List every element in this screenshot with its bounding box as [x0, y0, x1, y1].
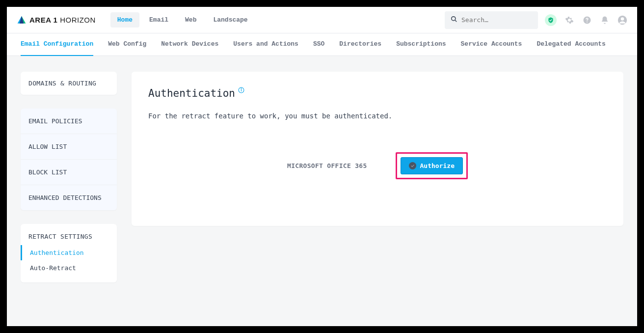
- sidebar-item-email-policies[interactable]: EMAIL POLICIES: [21, 109, 117, 134]
- sidebar-item-enhanced-detections[interactable]: ENHANCED DETECTIONS: [21, 185, 117, 210]
- help-icon[interactable]: [582, 15, 592, 25]
- authorize-button[interactable]: Authorize: [401, 157, 463, 174]
- app-frame: AREA 1 HORIZON Home Email Web Landscape: [7, 7, 637, 326]
- topnav-web[interactable]: Web: [178, 12, 203, 28]
- subnav-users-actions[interactable]: Users and Actions: [233, 33, 298, 56]
- svg-line-1: [455, 20, 457, 22]
- topbar: AREA 1 HORIZON Home Email Web Landscape: [7, 7, 637, 33]
- page-title: Authentication: [148, 87, 235, 99]
- provider-label: MICROSOFT OFFICE 365: [287, 162, 367, 169]
- gear-icon[interactable]: [564, 15, 574, 25]
- sidebar-item-auto-retract[interactable]: Auto-Retract: [21, 260, 117, 276]
- brand-name: AREA 1 HORIZON: [29, 16, 96, 24]
- content-area: DOMAINS & ROUTING EMAIL POLICIES ALLOW L…: [7, 56, 637, 298]
- auth-row: MICROSOFT OFFICE 365 Authorize: [148, 152, 607, 179]
- subnav-web-config[interactable]: Web Config: [108, 33, 146, 56]
- sidebar-domains-routing-label: DOMAINS & ROUTING: [21, 72, 117, 95]
- search-icon: [451, 16, 457, 25]
- svg-point-5: [621, 17, 624, 21]
- subnav-directories[interactable]: Directories: [339, 33, 381, 56]
- svg-point-8: [241, 88, 242, 89]
- sidebar-domains-routing[interactable]: DOMAINS & ROUTING: [21, 72, 117, 95]
- brand-logo[interactable]: AREA 1 HORIZON: [17, 15, 96, 25]
- brand-bold: AREA 1: [29, 16, 57, 24]
- info-icon[interactable]: [238, 86, 244, 95]
- subnav: Email Configuration Web Config Network D…: [7, 33, 637, 56]
- subnav-network-devices[interactable]: Network Devices: [161, 33, 218, 56]
- subnav-sso[interactable]: SSO: [313, 33, 324, 56]
- sidebar-retract-header: RETRACT SETTINGS: [21, 224, 117, 245]
- authorize-label: Authorize: [420, 162, 455, 169]
- user-icon[interactable]: [617, 15, 627, 25]
- panel-title-row: Authentication: [148, 87, 607, 99]
- check-circle-icon: [409, 162, 416, 169]
- sidebar-item-authentication[interactable]: Authentication: [21, 245, 117, 260]
- topnav-landscape[interactable]: Landscape: [206, 12, 254, 28]
- search-box[interactable]: [445, 11, 538, 29]
- top-nav: Home Email Web Landscape: [110, 12, 255, 28]
- sidebar-item-block-list[interactable]: BLOCK LIST: [21, 159, 117, 185]
- subnav-service-accounts[interactable]: Service Accounts: [461, 33, 522, 56]
- search-input[interactable]: [461, 16, 532, 24]
- sidebar: DOMAINS & ROUTING EMAIL POLICIES ALLOW L…: [21, 72, 117, 282]
- brand-light: HORIZON: [60, 16, 96, 24]
- topnav-home[interactable]: Home: [110, 12, 139, 28]
- main-panel: Authentication For the retract feature t…: [132, 72, 623, 226]
- sidebar-retract-settings: RETRACT SETTINGS Authentication Auto-Ret…: [21, 224, 117, 282]
- sidebar-item-allow-list[interactable]: ALLOW LIST: [21, 134, 117, 159]
- logo-icon: [17, 15, 27, 25]
- subnav-subscriptions[interactable]: Subscriptions: [396, 33, 446, 56]
- svg-point-0: [452, 16, 456, 20]
- sidebar-policies: EMAIL POLICIES ALLOW LIST BLOCK LIST ENH…: [21, 109, 117, 210]
- topnav-email[interactable]: Email: [142, 12, 175, 28]
- authorize-highlight: Authorize: [396, 152, 468, 179]
- subnav-delegated-accounts[interactable]: Delegated Accounts: [537, 33, 605, 56]
- shield-status-icon[interactable]: [545, 14, 557, 26]
- bell-icon[interactable]: [600, 15, 610, 25]
- page-description: For the retract feature to work, you mus…: [148, 112, 607, 120]
- top-icons: [545, 14, 627, 26]
- subnav-email-configuration[interactable]: Email Configuration: [21, 33, 93, 56]
- svg-point-3: [587, 21, 588, 22]
